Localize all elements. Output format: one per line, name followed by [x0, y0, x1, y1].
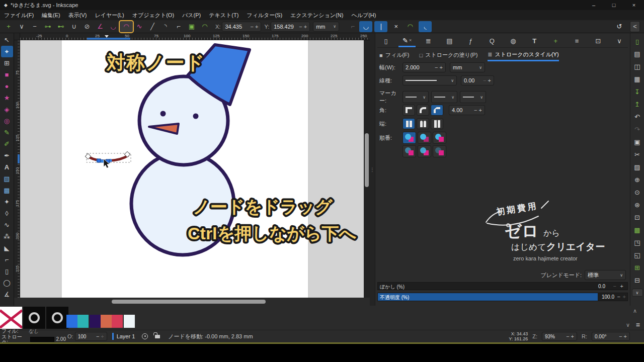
print-icon[interactable]: ▦: [632, 73, 643, 85]
ungroup-icon[interactable]: ⊟: [632, 274, 643, 287]
join-round-button[interactable]: [417, 105, 429, 116]
insert-node-icon[interactable]: +: [2, 21, 15, 32]
join-with-segment-icon[interactable]: ∪: [67, 21, 80, 32]
segment-to-line-icon[interactable]: ╱: [146, 21, 159, 32]
swatch-indigo[interactable]: [90, 315, 101, 328]
mask-edit-icon[interactable]: ×: [389, 21, 403, 32]
y-decrement[interactable]: −: [299, 24, 302, 30]
undo-icon[interactable]: ↶: [632, 111, 643, 123]
new-document-icon[interactable]: ▯: [632, 35, 643, 48]
insert-node-menu-chevron[interactable]: ∨: [15, 21, 28, 32]
menu-filters[interactable]: フィルター(S): [243, 10, 286, 20]
width-unit-dropdown[interactable]: mm∨: [450, 62, 485, 72]
caption-line2[interactable]: Ctrlを押しながら下へ: [188, 224, 357, 243]
stroke-width-field[interactable]: 2.000− +: [403, 62, 446, 72]
box3d-tool[interactable]: ◈: [1, 104, 13, 115]
caption-line1[interactable]: ノードをドラッグ: [193, 197, 333, 216]
cap-butt-button[interactable]: [403, 118, 415, 129]
zoom-tool[interactable]: ◯: [1, 277, 13, 289]
layer-lock-icon[interactable]: [155, 335, 160, 338]
more-dialogs-chevron[interactable]: ∨: [611, 35, 628, 47]
snowman-eye-left[interactable]: [160, 111, 166, 117]
commandbar-expander[interactable]: ∨: [632, 289, 643, 297]
snap-settings-icon[interactable]: ↺: [613, 21, 626, 32]
width-increment[interactable]: +: [440, 64, 443, 70]
menu-view[interactable]: 表示(V): [64, 10, 91, 20]
stroke-to-path-icon[interactable]: ◠: [198, 21, 211, 32]
x-decrement[interactable]: −: [250, 24, 253, 30]
layers-icon[interactable]: ≣: [420, 35, 437, 47]
horizontal-scrollbar-thumb[interactable]: [112, 300, 266, 304]
duplicate-icon[interactable]: ◳: [632, 236, 643, 249]
cut-icon[interactable]: ✂: [632, 148, 643, 161]
zoom-field[interactable]: 93%− +: [542, 332, 577, 341]
order-button-6[interactable]: [433, 145, 446, 157]
zoom-page-icon[interactable]: ⊡: [632, 211, 643, 224]
blur-slider[interactable]: ぼかし (%) 0.0 − +: [377, 282, 628, 290]
stroke-color-swatch[interactable]: [30, 337, 54, 342]
dropper-tool[interactable]: ✦: [1, 196, 13, 208]
blur-increment[interactable]: +: [620, 283, 623, 289]
unit-dropdown[interactable]: mm∨: [313, 22, 339, 32]
order-button-5[interactable]: [418, 145, 431, 157]
canvas[interactable]: 対称ノード ノードをドラッグ Ctrlを押しながら下へ: [20, 40, 364, 298]
mesh-gradient-tool[interactable]: ▩: [1, 185, 13, 196]
rotation-field[interactable]: 0.00°− +: [592, 332, 630, 341]
y-coord-field[interactable]: 158.429− +: [271, 22, 310, 32]
ruler-corner[interactable]: [14, 33, 20, 40]
connector-tool[interactable]: ⌐: [1, 254, 13, 265]
object-to-path-icon[interactable]: ▣: [185, 21, 198, 32]
join-bevel-button[interactable]: [431, 105, 443, 116]
paste-icon[interactable]: ▨: [632, 161, 643, 173]
dash-offset-field[interactable]: 0.00− +: [461, 75, 494, 85]
show-handles-toggle[interactable]: ◡: [359, 21, 372, 32]
cap-round-button[interactable]: [417, 118, 429, 129]
palette-scroll-up[interactable]: ∧: [633, 308, 637, 314]
show-outline-toggle[interactable]: ◟: [419, 21, 432, 32]
y-increment[interactable]: +: [304, 24, 307, 30]
segment-to-curve-icon[interactable]: ◝: [159, 21, 172, 32]
symbols-icon[interactable]: ◍: [505, 35, 522, 47]
clip-edit-icon[interactable]: ◠: [404, 21, 417, 32]
snowman-eye-right[interactable]: [193, 114, 199, 119]
path-effects-icon[interactable]: ƒ: [462, 35, 479, 47]
selector-tool[interactable]: ↖: [1, 34, 13, 46]
corners-lpe-icon[interactable]: ⌐: [172, 21, 185, 32]
menu-edit[interactable]: 編集(E): [38, 10, 64, 20]
swatch-salmon[interactable]: [101, 315, 112, 328]
opacity-slider[interactable]: 不透明度 (%) 100.0 − +: [377, 293, 628, 301]
swatch-white[interactable]: [124, 315, 135, 328]
dock-splitter[interactable]: ⋮: [370, 33, 375, 306]
tab-stroke-style[interactable]: ≣ストロークのスタイル(Y): [488, 50, 558, 61]
opacity-decrement[interactable]: −: [617, 294, 620, 300]
delete-segment-icon[interactable]: ⊘: [80, 21, 94, 32]
layer-visibility-icon[interactable]: [142, 333, 148, 339]
drawing-area[interactable]: 対称ノード ノードをドラッグ Ctrlを押しながら下へ: [20, 40, 364, 298]
selected-node[interactable]: [97, 159, 101, 162]
caption-heading[interactable]: 対称ノード: [106, 52, 206, 73]
pencil-tool[interactable]: ✎: [1, 127, 13, 138]
swatch-crimson[interactable]: [112, 315, 123, 328]
copy-icon[interactable]: ▣: [632, 136, 643, 148]
document-properties-icon[interactable]: ▯: [377, 35, 394, 47]
menu-text[interactable]: テキスト(T): [205, 10, 243, 20]
object-opacity-field[interactable]: 100− +: [75, 332, 107, 341]
show-transform-handles-toggle[interactable]: ∣: [374, 21, 387, 32]
break-nodes-icon[interactable]: ⊷: [54, 21, 67, 32]
layer-name[interactable]: Layer 1: [117, 333, 135, 339]
swatch-circle-2[interactable]: [46, 307, 68, 329]
blur-decrement[interactable]: −: [613, 283, 616, 289]
symmetric-node-icon[interactable]: ◠: [120, 21, 133, 32]
spray-tool[interactable]: ⁂: [1, 231, 13, 242]
save-icon[interactable]: ◫: [632, 60, 643, 73]
collapse-snapbar-button[interactable]: <: [630, 21, 640, 32]
find-icon[interactable]: Q: [484, 35, 501, 47]
export-icon[interactable]: ↥: [632, 98, 643, 111]
redo-icon[interactable]: ↷: [632, 123, 643, 136]
open-file-icon[interactable]: ▤: [632, 48, 643, 60]
width-decrement[interactable]: −: [435, 64, 438, 70]
close-button[interactable]: ×: [624, 0, 644, 10]
objects-icon[interactable]: ▤: [441, 35, 458, 47]
join-miter-button[interactable]: [403, 105, 415, 116]
text-tool[interactable]: A: [1, 161, 13, 173]
